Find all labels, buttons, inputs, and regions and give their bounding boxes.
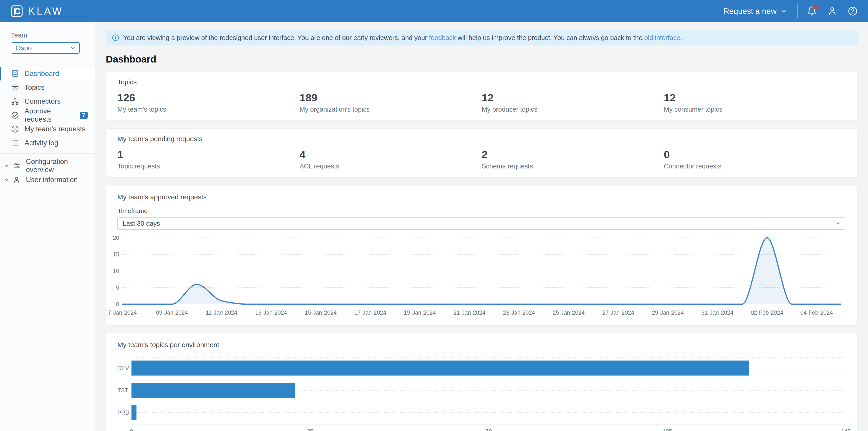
bar-row-tst: TST <box>131 379 846 401</box>
klaw-logo-icon[interactable] <box>10 4 24 18</box>
chevron-down-icon <box>781 7 788 15</box>
bar-row-prd: PRD <box>131 401 846 424</box>
y-tick-label: 15 <box>113 251 119 258</box>
stat-connector-requests: 0 Connector requests <box>664 148 846 170</box>
x-tick-label: 31-Jan-2024 <box>702 309 733 316</box>
notification-dot <box>813 5 817 9</box>
approved-requests-area-chart: 051015207-Jan-202409-Jan-202411-Jan-2024… <box>117 234 843 318</box>
banner-text-part: . <box>680 34 682 41</box>
x-tick-label: 140 <box>841 428 851 431</box>
sidebar-item-label: User information <box>26 176 78 184</box>
y-tick-label: 5 <box>116 285 119 291</box>
x-tick-label: 105 <box>662 428 672 431</box>
stat-value: 4 <box>300 148 482 161</box>
team-select[interactable]: Ospo <box>11 42 80 54</box>
card-title: My team's approved requests <box>117 193 846 201</box>
stat-label: Connector requests <box>664 163 846 170</box>
top-header: KLAW Request a new <box>0 0 868 22</box>
x-tick-label: 11-Jan-2024 <box>206 309 238 316</box>
y-tick-label: 0 <box>116 301 119 307</box>
stat-label: Schema requests <box>482 163 664 170</box>
x-tick-label: 35 <box>307 428 313 431</box>
x-tick-label: 21-Jan-2024 <box>454 309 486 316</box>
header-divider <box>797 4 798 19</box>
x-tick-label: 25-Jan-2024 <box>553 309 585 316</box>
sidebar-item-label: My team's requests <box>25 125 86 133</box>
x-tick-label: 17-Jan-2024 <box>354 309 386 316</box>
x-tick-label: 0 <box>130 428 133 431</box>
sidebar-item-user-information[interactable]: User information <box>0 173 95 187</box>
feedback-link[interactable]: feedback <box>429 34 456 41</box>
timeframe-select[interactable]: Last 30 days <box>117 217 846 230</box>
sidebar-item-my-teams-requests[interactable]: My team's requests <box>0 122 95 136</box>
x-tick-label: 04-Feb-2024 <box>800 309 833 316</box>
bar-category-label: DEV <box>117 365 128 371</box>
bar-dev <box>131 361 749 375</box>
stat-my-teams-topics: 126 My team's topics <box>117 91 300 113</box>
series-line <box>122 238 841 304</box>
user-icon <box>13 176 21 184</box>
stat-topic-requests: 1 Topic requests <box>117 148 300 170</box>
x-tick-label: 27-Jan-2024 <box>602 309 634 316</box>
y-tick-label: 20 <box>113 235 119 241</box>
stat-my-organizations-topics: 189 My organization's topics <box>300 91 482 113</box>
brand-name: KLAW <box>28 5 63 17</box>
preview-info-banner: You are viewing a preview of the redesig… <box>106 30 858 45</box>
old-interface-link[interactable]: old interface <box>644 34 680 41</box>
area-fill <box>122 238 841 304</box>
x-tick-label: 02-Feb-2024 <box>751 309 783 316</box>
stat-label: My producer topics <box>482 106 664 113</box>
chevron-down-icon <box>70 45 76 51</box>
stat-schema-requests: 2 Schema requests <box>482 148 664 170</box>
stat-value: 189 <box>300 91 482 104</box>
database-icon <box>11 70 19 78</box>
bar-chart-plot: DEVTSTPRD <box>131 357 846 424</box>
user-icon <box>827 6 838 16</box>
sidebar-item-label: Configuration overview <box>26 158 95 174</box>
sidebar-item-label: Approve requests <box>25 107 74 124</box>
bar-category-label: PRD <box>117 409 128 416</box>
timeframe-select-value: Last 30 days <box>123 220 160 227</box>
x-tick-label: 15-Jan-2024 <box>305 309 337 316</box>
sidebar-item-configuration-overview[interactable]: Configuration overview <box>0 159 95 173</box>
stat-my-producer-topics: 12 My producer topics <box>482 91 664 113</box>
profile-button[interactable] <box>827 6 838 16</box>
card-title: My team's pending requests <box>117 135 846 143</box>
card-title: My team's topics per environment <box>117 341 846 349</box>
stat-label: ACL requests <box>300 163 482 170</box>
sidebar-item-label: Activity log <box>25 139 58 147</box>
sidebar-item-topics[interactable]: Topics <box>0 80 95 94</box>
stats-grid: 1 Topic requests 4 ACL requests 2 Schema… <box>117 148 846 170</box>
stat-value: 12 <box>664 91 846 104</box>
request-a-new-button[interactable]: Request a new <box>723 7 788 16</box>
help-button[interactable] <box>847 6 858 16</box>
stat-label: Topic requests <box>117 163 300 170</box>
chevron-down-icon <box>835 221 841 226</box>
banner-text-part: You are viewing a preview of the redesig… <box>123 34 429 41</box>
plus-circle-icon <box>11 125 19 133</box>
sidebar-item-connectors[interactable]: Connectors <box>0 94 95 108</box>
check-circle-icon <box>11 111 19 119</box>
sidebar-item-approve-requests[interactable]: Approve requests 7 <box>0 108 95 122</box>
stat-label: My team's topics <box>117 106 300 113</box>
sliders-icon <box>13 162 21 170</box>
page-title: Dashboard <box>106 54 858 65</box>
sidebar-item-dashboard[interactable]: Dashboard <box>0 67 95 80</box>
topics-per-environment-card: My team's topics per environment DEVTSTP… <box>106 333 858 431</box>
stat-acl-requests: 4 ACL requests <box>300 148 482 170</box>
sidebar-item-activity-log[interactable]: Activity log <box>0 136 95 150</box>
x-tick-label: 23-Jan-2024 <box>503 309 535 316</box>
x-tick-label: 29-Jan-2024 <box>652 309 684 316</box>
sidebar-item-label: Connectors <box>25 97 61 105</box>
list-icon <box>11 139 19 147</box>
pending-requests-card: My team's pending requests 1 Topic reque… <box>106 128 858 177</box>
banner-text-part: will help us improve the product. You ca… <box>456 34 644 41</box>
team-select-value: Ospo <box>16 44 32 52</box>
stat-value: 12 <box>482 91 664 104</box>
topics-stats-card: Topics 126 My team's topics 189 My organ… <box>106 72 858 120</box>
chevron-down-icon <box>4 163 9 169</box>
topics-icon <box>11 84 19 92</box>
notifications-bell-button[interactable] <box>807 6 817 16</box>
help-icon <box>847 6 858 16</box>
timeframe-label: Timeframe <box>117 207 846 214</box>
